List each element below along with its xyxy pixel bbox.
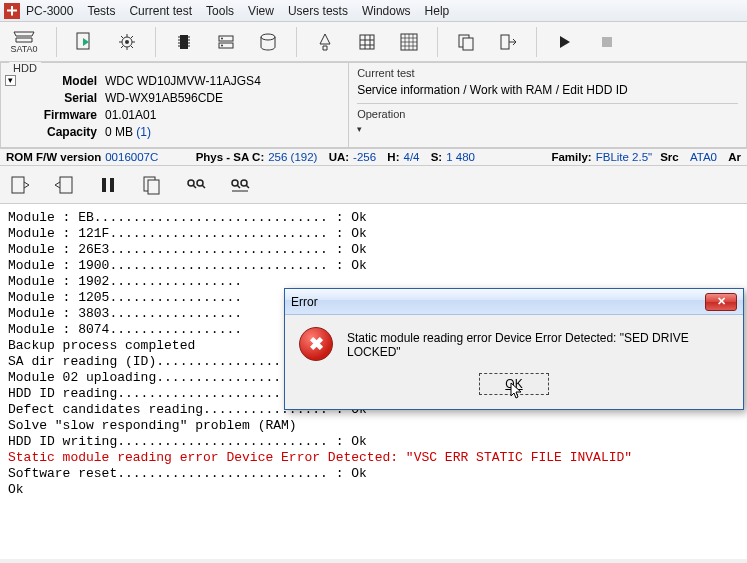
- menu-view[interactable]: View: [248, 4, 274, 18]
- capacity-link[interactable]: (1): [136, 125, 151, 139]
- app-icon: [4, 3, 20, 19]
- tool-chip-icon[interactable]: [170, 28, 198, 56]
- log-toolbar: [0, 166, 747, 204]
- svg-point-2: [125, 40, 129, 44]
- menu-windows[interactable]: Windows: [362, 4, 411, 18]
- svg-point-8: [261, 34, 275, 40]
- s-label: S:: [431, 151, 443, 163]
- hdd-serial-row: SerialWD-WX91AB596CDE: [27, 90, 340, 107]
- svg-rect-13: [501, 35, 509, 49]
- menu-tools[interactable]: Tools: [206, 4, 234, 18]
- tool-server-icon[interactable]: [212, 28, 240, 56]
- phys-c: 256 (192): [268, 151, 317, 163]
- label-serial: Serial: [27, 90, 97, 107]
- rom-value: 0016007C: [105, 151, 158, 163]
- log-line: Module : 1900...........................…: [8, 258, 739, 274]
- log-line: Module : 26E3...........................…: [8, 242, 739, 258]
- svg-rect-3: [180, 35, 188, 49]
- tool-copy-icon[interactable]: [452, 28, 480, 56]
- import-button[interactable]: [52, 173, 76, 197]
- menu-tests[interactable]: Tests: [87, 4, 115, 18]
- info-panels: ▾ HDD ModelWDC WD10JMVW-11AJGS4 SerialWD…: [0, 62, 747, 149]
- toolbar-divider: [437, 27, 438, 57]
- log-line: Ok: [8, 482, 739, 498]
- src-suffix: Ar: [728, 151, 741, 163]
- svg-point-7: [221, 44, 223, 46]
- hdd-panel: ▾ HDD ModelWDC WD10JMVW-11AJGS4 SerialWD…: [0, 62, 348, 148]
- current-test-title: Current test: [357, 67, 738, 79]
- stop-button[interactable]: [593, 28, 621, 56]
- src-label: Src: [660, 151, 679, 163]
- log-line: Module : 121F...........................…: [8, 226, 739, 242]
- ua-value: -256: [353, 151, 376, 163]
- dialog-close-button[interactable]: ✕: [705, 293, 737, 311]
- label-capacity: Capacity: [27, 124, 97, 141]
- dialog-message: Static module reading error Device Error…: [347, 327, 729, 359]
- tool-grid-icon[interactable]: [395, 28, 423, 56]
- tool-sector-icon[interactable]: [353, 28, 381, 56]
- menu-bar: PC-3000 Tests Current test Tools View Us…: [0, 0, 747, 22]
- svg-rect-14: [602, 37, 612, 47]
- close-icon: ✕: [717, 295, 726, 308]
- tool-head-icon[interactable]: [311, 28, 339, 56]
- expand-toggle[interactable]: ▾: [5, 75, 16, 86]
- family-value: FBLite 2.5": [596, 151, 653, 163]
- label-firmware: Firmware: [27, 107, 97, 124]
- copy-log-button[interactable]: [140, 173, 164, 197]
- menu-users-tests[interactable]: Users tests: [288, 4, 348, 18]
- value-model: WDC WD10JMVW-11AJGS4: [105, 73, 261, 90]
- h-value: 4/4: [403, 151, 419, 163]
- svg-rect-18: [110, 178, 114, 192]
- toolbar-divider: [536, 27, 537, 57]
- log-line: Static module reading error Device Error…: [8, 450, 739, 466]
- status-strip: ROM F/W version 0016007C Phys - SA C: 25…: [0, 149, 747, 166]
- sata-port-button[interactable]: SATA0: [6, 28, 42, 56]
- svg-rect-20: [148, 180, 159, 194]
- operation-dropdown[interactable]: ▾: [357, 124, 738, 134]
- tool-doc-play-icon[interactable]: [71, 28, 99, 56]
- svg-rect-17: [102, 178, 106, 192]
- find-button[interactable]: [184, 173, 208, 197]
- hdd-firmware-row: Firmware01.01A01: [27, 107, 340, 124]
- app-title: PC-3000: [26, 4, 73, 18]
- main-toolbar: SATA0: [0, 22, 747, 62]
- svg-rect-12: [463, 38, 473, 50]
- svg-point-6: [221, 37, 223, 39]
- toolbar-divider: [296, 27, 297, 57]
- src-value: ATA0: [690, 151, 717, 163]
- log-line: Solve "slow responding" problem (RAM): [8, 418, 739, 434]
- tool-database-icon[interactable]: [254, 28, 282, 56]
- svg-rect-15: [12, 177, 24, 193]
- family-label: Family:: [551, 151, 591, 163]
- tool-gear-icon[interactable]: [113, 28, 141, 56]
- hdd-model-row: ModelWDC WD10JMVW-11AJGS4: [27, 73, 340, 90]
- operation-title: Operation: [357, 108, 738, 120]
- label-model: Model: [27, 73, 97, 90]
- menu-current-test[interactable]: Current test: [129, 4, 192, 18]
- h-label: H:: [387, 151, 399, 163]
- dialog-ok-button[interactable]: OK: [479, 373, 549, 395]
- value-serial: WD-WX91AB596CDE: [105, 90, 223, 107]
- find-next-button[interactable]: [228, 173, 252, 197]
- toolbar-divider: [56, 27, 57, 57]
- dialog-titlebar[interactable]: Error ✕: [285, 289, 743, 315]
- menu-help[interactable]: Help: [425, 4, 450, 18]
- error-icon: ✖: [299, 327, 333, 361]
- toolbar-divider: [155, 27, 156, 57]
- svg-rect-9: [360, 35, 374, 49]
- hdd-capacity-row: Capacity0 MB (1): [27, 124, 340, 141]
- sata-label: SATA0: [10, 44, 37, 54]
- tool-exit-icon[interactable]: [494, 28, 522, 56]
- log-line: Software reset..........................…: [8, 466, 739, 482]
- rom-label: ROM F/W version: [6, 151, 101, 163]
- ua-label: UA:: [329, 151, 349, 163]
- current-test-panel: Current test Service information / Work …: [348, 62, 747, 148]
- cursor-icon: [510, 382, 524, 400]
- log-line: Module : EB.............................…: [8, 210, 739, 226]
- log-line: HDD ID writing..........................…: [8, 434, 739, 450]
- hdd-panel-title: HDD: [9, 62, 41, 74]
- play-button[interactable]: [551, 28, 579, 56]
- export-button[interactable]: [8, 173, 32, 197]
- value-firmware: 01.01A01: [105, 107, 156, 124]
- pause-button[interactable]: [96, 173, 120, 197]
